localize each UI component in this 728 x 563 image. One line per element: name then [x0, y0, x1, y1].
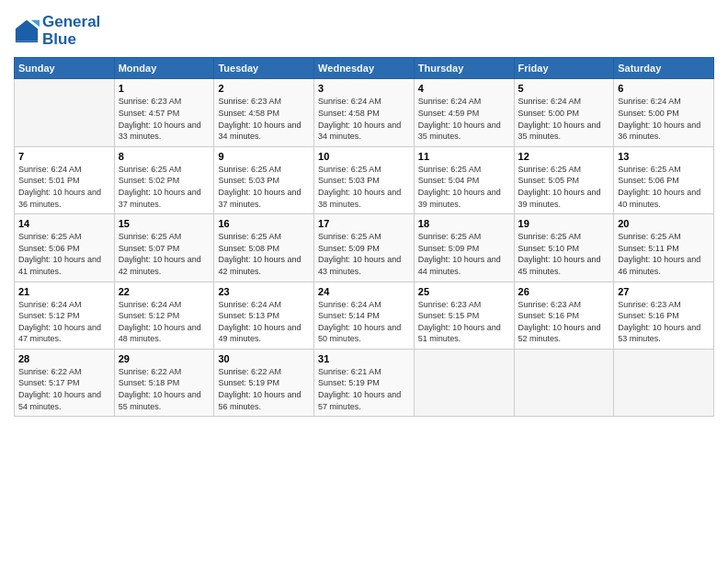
day-info: Sunrise: 6:24 AM Sunset: 4:58 PM Dayligh…	[318, 96, 410, 142]
calendar-cell: 17 Sunrise: 6:25 AM Sunset: 5:09 PM Dayl…	[314, 214, 415, 282]
day-number: 24	[318, 286, 410, 297]
calendar-container: General Blue SundayMondayTuesdayWednesda…	[0, 0, 728, 426]
calendar-cell: 2 Sunrise: 6:23 AM Sunset: 4:58 PM Dayli…	[214, 79, 314, 146]
calendar-week-row: 7 Sunrise: 6:24 AM Sunset: 5:01 PM Dayli…	[15, 146, 714, 213]
sunset-text: Sunset: 5:02 PM	[119, 175, 210, 187]
sunset-text: Sunset: 5:16 PM	[618, 310, 710, 322]
calendar-cell: 11 Sunrise: 6:25 AM Sunset: 5:04 PM Dayl…	[414, 146, 514, 213]
sunrise-text: Sunrise: 6:25 AM	[418, 164, 510, 176]
day-info: Sunrise: 6:22 AM Sunset: 5:19 PM Dayligh…	[218, 366, 310, 412]
sunset-text: Sunset: 5:01 PM	[18, 175, 110, 187]
sunrise-text: Sunrise: 6:25 AM	[119, 231, 210, 243]
day-info: Sunrise: 6:25 AM Sunset: 5:05 PM Dayligh…	[518, 164, 610, 210]
sunset-text: Sunset: 5:19 PM	[318, 377, 410, 389]
svg-marker-0	[16, 20, 38, 40]
calendar-cell: 12 Sunrise: 6:25 AM Sunset: 5:05 PM Dayl…	[514, 146, 614, 213]
day-info: Sunrise: 6:24 AM Sunset: 5:00 PM Dayligh…	[618, 96, 710, 142]
sunrise-text: Sunrise: 6:25 AM	[218, 231, 310, 243]
daylight-text: Daylight: 10 hours and 51 minutes.	[418, 322, 510, 345]
calendar-cell: 10 Sunrise: 6:25 AM Sunset: 5:03 PM Dayl…	[314, 146, 415, 213]
sunrise-text: Sunrise: 6:25 AM	[618, 164, 710, 176]
calendar-cell: 9 Sunrise: 6:25 AM Sunset: 5:03 PM Dayli…	[214, 146, 314, 213]
daylight-text: Daylight: 10 hours and 46 minutes.	[618, 254, 710, 277]
sunrise-text: Sunrise: 6:25 AM	[18, 231, 110, 243]
sunset-text: Sunset: 5:11 PM	[618, 243, 710, 255]
day-number: 17	[318, 218, 410, 229]
daylight-text: Daylight: 10 hours and 54 minutes.	[18, 389, 110, 412]
sunrise-text: Sunrise: 6:24 AM	[18, 164, 110, 176]
calendar-cell: 4 Sunrise: 6:24 AM Sunset: 4:59 PM Dayli…	[414, 79, 514, 146]
sunset-text: Sunset: 5:12 PM	[119, 310, 210, 322]
daylight-text: Daylight: 10 hours and 44 minutes.	[418, 254, 510, 277]
day-number: 16	[218, 218, 310, 229]
daylight-text: Daylight: 10 hours and 33 minutes.	[119, 120, 210, 143]
sunset-text: Sunset: 5:05 PM	[518, 175, 610, 187]
day-number: 23	[218, 286, 310, 297]
day-number: 20	[618, 218, 710, 229]
sunrise-text: Sunrise: 6:25 AM	[518, 231, 610, 243]
calendar-cell: 26 Sunrise: 6:23 AM Sunset: 5:16 PM Dayl…	[514, 282, 614, 349]
calendar-cell: 14 Sunrise: 6:25 AM Sunset: 5:06 PM Dayl…	[15, 214, 115, 282]
daylight-text: Daylight: 10 hours and 43 minutes.	[318, 254, 410, 277]
daylight-text: Daylight: 10 hours and 35 minutes.	[418, 120, 510, 143]
sunset-text: Sunset: 5:00 PM	[618, 108, 710, 120]
sunset-text: Sunset: 5:12 PM	[18, 310, 110, 322]
sunrise-text: Sunrise: 6:24 AM	[418, 96, 510, 108]
calendar-cell: 19 Sunrise: 6:25 AM Sunset: 5:10 PM Dayl…	[514, 214, 614, 282]
weekday-header: Monday	[114, 58, 214, 79]
daylight-text: Daylight: 10 hours and 39 minutes.	[418, 187, 510, 210]
daylight-text: Daylight: 10 hours and 50 minutes.	[318, 322, 410, 345]
day-info: Sunrise: 6:23 AM Sunset: 5:16 PM Dayligh…	[618, 299, 710, 345]
day-info: Sunrise: 6:25 AM Sunset: 5:07 PM Dayligh…	[119, 231, 210, 277]
weekday-header: Thursday	[414, 58, 514, 79]
day-info: Sunrise: 6:22 AM Sunset: 5:18 PM Dayligh…	[119, 366, 210, 412]
day-info: Sunrise: 6:25 AM Sunset: 5:03 PM Dayligh…	[218, 164, 310, 210]
day-number: 19	[518, 218, 610, 229]
sunset-text: Sunset: 5:15 PM	[418, 310, 510, 322]
sunrise-text: Sunrise: 6:22 AM	[218, 366, 310, 378]
sunrise-text: Sunrise: 6:25 AM	[618, 231, 710, 243]
day-number: 18	[418, 218, 510, 229]
sunset-text: Sunset: 5:19 PM	[218, 377, 310, 389]
sunset-text: Sunset: 5:13 PM	[218, 310, 310, 322]
day-info: Sunrise: 6:25 AM Sunset: 5:04 PM Dayligh…	[418, 164, 510, 210]
sunset-text: Sunset: 4:58 PM	[318, 108, 410, 120]
calendar-cell: 20 Sunrise: 6:25 AM Sunset: 5:11 PM Dayl…	[614, 214, 714, 282]
sunset-text: Sunset: 5:09 PM	[318, 243, 410, 255]
daylight-text: Daylight: 10 hours and 35 minutes.	[518, 120, 610, 143]
weekday-header: Wednesday	[314, 58, 415, 79]
calendar-table: SundayMondayTuesdayWednesdayThursdayFrid…	[14, 57, 714, 417]
sunset-text: Sunset: 5:03 PM	[318, 175, 410, 187]
sunrise-text: Sunrise: 6:24 AM	[18, 299, 110, 311]
sunrise-text: Sunrise: 6:23 AM	[618, 299, 710, 311]
calendar-cell: 31 Sunrise: 6:21 AM Sunset: 5:19 PM Dayl…	[314, 349, 415, 416]
logo-icon	[14, 18, 40, 44]
sunrise-text: Sunrise: 6:25 AM	[318, 164, 410, 176]
daylight-text: Daylight: 10 hours and 48 minutes.	[119, 322, 210, 345]
calendar-cell: 6 Sunrise: 6:24 AM Sunset: 5:00 PM Dayli…	[614, 79, 714, 146]
calendar-cell: 5 Sunrise: 6:24 AM Sunset: 5:00 PM Dayli…	[514, 79, 614, 146]
daylight-text: Daylight: 10 hours and 49 minutes.	[218, 322, 310, 345]
weekday-header: Sunday	[15, 58, 115, 79]
calendar-cell: 8 Sunrise: 6:25 AM Sunset: 5:02 PM Dayli…	[114, 146, 214, 213]
day-info: Sunrise: 6:24 AM Sunset: 5:00 PM Dayligh…	[518, 96, 610, 142]
sunset-text: Sunset: 5:03 PM	[218, 175, 310, 187]
day-info: Sunrise: 6:25 AM Sunset: 5:02 PM Dayligh…	[119, 164, 210, 210]
sunset-text: Sunset: 5:16 PM	[518, 310, 610, 322]
day-number: 13	[618, 151, 710, 162]
weekday-header: Friday	[514, 58, 614, 79]
calendar-cell: 16 Sunrise: 6:25 AM Sunset: 5:08 PM Dayl…	[214, 214, 314, 282]
calendar-cell: 24 Sunrise: 6:24 AM Sunset: 5:14 PM Dayl…	[314, 282, 415, 349]
calendar-cell: 25 Sunrise: 6:23 AM Sunset: 5:15 PM Dayl…	[414, 282, 514, 349]
daylight-text: Daylight: 10 hours and 41 minutes.	[18, 254, 110, 277]
daylight-text: Daylight: 10 hours and 47 minutes.	[18, 322, 110, 345]
calendar-cell: 7 Sunrise: 6:24 AM Sunset: 5:01 PM Dayli…	[15, 146, 115, 213]
svg-rect-2	[16, 40, 38, 42]
sunset-text: Sunset: 5:14 PM	[318, 310, 410, 322]
sunrise-text: Sunrise: 6:22 AM	[18, 366, 110, 378]
daylight-text: Daylight: 10 hours and 45 minutes.	[518, 254, 610, 277]
day-info: Sunrise: 6:22 AM Sunset: 5:17 PM Dayligh…	[18, 366, 110, 412]
sunrise-text: Sunrise: 6:25 AM	[119, 164, 210, 176]
day-number: 21	[18, 286, 110, 297]
calendar-cell: 28 Sunrise: 6:22 AM Sunset: 5:17 PM Dayl…	[15, 349, 115, 416]
